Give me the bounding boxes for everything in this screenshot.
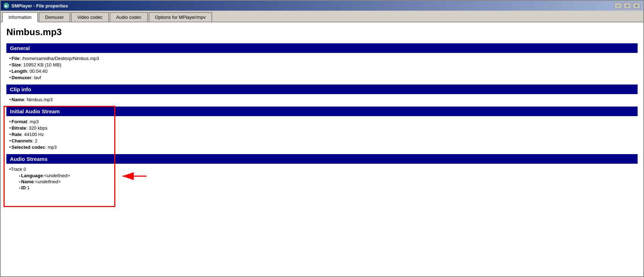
audio-format: Format: mp3 xyxy=(9,119,638,124)
tab-information[interactable]: Information xyxy=(2,12,38,22)
general-length: Length: 00:04:40 xyxy=(9,69,638,74)
minimize-button[interactable]: − xyxy=(614,2,622,9)
content-area: Nimbus.mp3 General File: /home/samidha/D… xyxy=(1,22,643,276)
maximize-button[interactable]: + xyxy=(623,2,631,9)
general-section-content: File: /home/samidha/Desktop/Nimbus.mp3 S… xyxy=(6,56,638,80)
title-bar: ▶ SMPlayer - File properties − + × xyxy=(1,1,643,11)
title-bar-left: ▶ SMPlayer - File properties xyxy=(4,3,68,9)
track-0-name: Name: <undefined> xyxy=(19,179,638,184)
audio-channels: Channels: 2 xyxy=(9,138,638,143)
file-title: Nimbus.mp3 xyxy=(6,27,638,38)
audio-streams-section-content: Track 0 Language: <undefined> Name: <und… xyxy=(6,167,638,190)
track-0-label: Track 0 xyxy=(9,167,638,172)
tab-audio-codec[interactable]: Audio codec xyxy=(110,12,148,22)
clip-name: Name: Nimbus.mp3 xyxy=(9,97,638,102)
app-icon: ▶ xyxy=(4,3,9,9)
audio-selected-codec: Selected codec: mp3 xyxy=(9,145,638,150)
track-0-language: Language: <undefined> xyxy=(19,173,638,178)
clip-info-section-content: Name: Nimbus.mp3 xyxy=(6,97,638,102)
tab-video-codec[interactable]: Video codec xyxy=(71,12,109,22)
tab-bar: Information Demuxer Video codec Audio co… xyxy=(1,11,643,22)
track-0-id: ID: 1 xyxy=(19,185,638,190)
general-section-header: General xyxy=(6,43,638,53)
window-title: SMPlayer - File properties xyxy=(11,3,68,9)
window-controls: − + × xyxy=(614,2,640,9)
audio-streams-section-header: Audio Streams xyxy=(6,154,638,164)
general-file: File: /home/samidha/Desktop/Nimbus.mp3 xyxy=(9,56,638,61)
close-button[interactable]: × xyxy=(633,2,640,9)
general-size: Size: 10952 KB (10 MB) xyxy=(9,62,638,67)
initial-audio-section-content: Format: mp3 Bitrate: 320 kbps Rate: 4410… xyxy=(6,119,638,150)
initial-audio-section-header: Initial Audio Stream xyxy=(6,107,638,116)
audio-rate: Rate: 44100 Hz xyxy=(9,132,638,137)
main-window: ▶ SMPlayer - File properties − + × Infor… xyxy=(0,0,644,277)
clip-info-section-header: Clip info xyxy=(6,85,638,94)
tab-demuxer[interactable]: Demuxer xyxy=(39,12,70,22)
tab-options-mplayer[interactable]: Options for MPlayer/mpv xyxy=(149,12,212,22)
audio-bitrate: Bitrate: 320 kbps xyxy=(9,125,638,131)
general-demuxer: Demuxer: lavf xyxy=(9,75,638,80)
